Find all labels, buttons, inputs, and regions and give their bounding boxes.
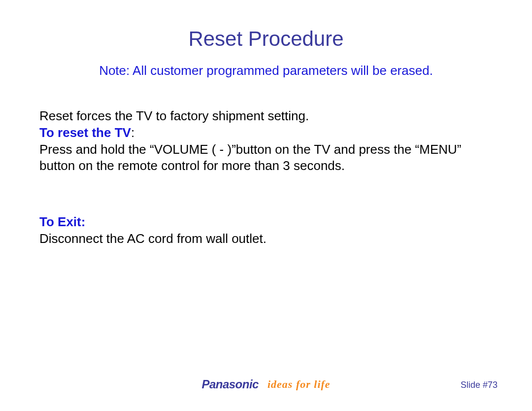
reset-heading-line: To reset the TV: [39,125,493,141]
note-warning-text: Note: All customer programmed parameters… [39,63,493,78]
intro-text: Reset forces the TV to factory shipment … [39,108,493,125]
body-content: Reset forces the TV to factory shipment … [39,108,493,247]
reset-colon: : [131,125,134,140]
tagline-text: ideas for life [267,378,331,391]
exit-instruction: Disconnect the AC cord from wall outlet. [39,231,493,247]
exit-heading: To Exit: [39,214,493,231]
slide-number: Slide #73 [461,380,498,390]
reset-instruction: Press and hold the “VOLUME ( - )”button … [39,141,493,175]
exit-section: To Exit: Disconnect the AC cord from wal… [39,214,493,247]
brand-logo: Panasonic [201,377,259,391]
footer: Panasonic ideas for life [0,377,532,391]
slide-title: Reset Procedure [0,27,532,51]
reset-heading: To reset the TV [39,125,131,140]
